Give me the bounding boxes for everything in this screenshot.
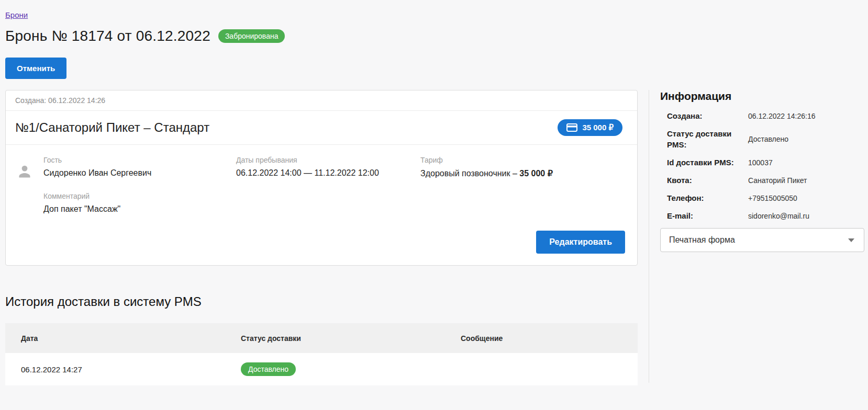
info-label: Id доставки PMS: bbox=[667, 157, 748, 168]
content-columns: Создана: 06.12.2022 14:26 №1/Санаторий П… bbox=[5, 90, 868, 385]
info-value: +79515005050 bbox=[748, 194, 797, 202]
edit-booking-button[interactable]: Редактировать bbox=[536, 231, 625, 254]
booking-card: Создана: 06.12.2022 14:26 №1/Санаторий П… bbox=[5, 90, 638, 266]
credit-card-icon bbox=[566, 123, 577, 132]
info-row-email: E-mail: sidorenko@mail.ru bbox=[660, 210, 862, 221]
column-header-date: Дата bbox=[5, 334, 241, 343]
avatar-column bbox=[6, 156, 43, 254]
info-row-quota: Квота: Санаторий Пикет bbox=[660, 175, 862, 186]
booking-card-titlebar: №1/Санаторий Пикет – Стандарт 35 000 ₽ bbox=[6, 111, 637, 145]
tariff-name: Здоровый позвоночник – bbox=[420, 169, 519, 178]
breadcrumb-bookings-link[interactable]: Брони bbox=[5, 10, 28, 19]
comment-block: Комментарий Доп пакет "Массаж" bbox=[43, 192, 236, 214]
stay-dates-label: Даты пребывания bbox=[236, 156, 420, 164]
room-title: №1/Санаторий Пикет – Стандарт bbox=[15, 120, 209, 135]
guest-column: Гость Сидоренко Иван Сергеевич Комментар… bbox=[43, 156, 236, 254]
page-title: Бронь № 18174 от 06.12.2022 bbox=[5, 28, 210, 44]
price-badge-amount: 35 000 ₽ bbox=[582, 123, 614, 132]
price-badge: 35 000 ₽ bbox=[558, 119, 622, 136]
history-row-date: 06.12.2022 14:27 bbox=[5, 365, 241, 374]
print-form-select[interactable]: Печатная форма bbox=[660, 228, 864, 252]
pms-history-section: История доставки в систему PMS Дата Стат… bbox=[5, 294, 638, 385]
booking-created-line: Создана: 06.12.2022 14:26 bbox=[6, 90, 637, 111]
pms-history-title: История доставки в систему PMS bbox=[5, 294, 638, 309]
column-header-message: Сообщение bbox=[461, 334, 638, 343]
info-value: sidorenko@mail.ru bbox=[748, 212, 809, 220]
stay-dates-column: Даты пребывания 06.12.2022 14:00 — 11.12… bbox=[236, 156, 420, 254]
main-column: Создана: 06.12.2022 14:26 №1/Санаторий П… bbox=[5, 90, 638, 385]
tariff-label: Тариф bbox=[420, 156, 625, 164]
comment-label: Комментарий bbox=[43, 192, 236, 200]
info-label: Статус доставки PMS: bbox=[667, 128, 748, 150]
history-row-status: Доставлено bbox=[241, 362, 461, 376]
info-row-delivery-id: Id доставки PMS: 100037 bbox=[660, 157, 862, 168]
info-panel: Информация Создана: 06.12.2022 14:26:16 … bbox=[649, 90, 862, 383]
info-value: 06.12.2022 14:26:16 bbox=[748, 112, 815, 120]
info-value: 100037 bbox=[748, 158, 773, 167]
info-row-phone: Телефон: +79515005050 bbox=[660, 192, 862, 203]
info-label: Квота: bbox=[667, 175, 748, 186]
cancel-booking-button[interactable]: Отменить bbox=[5, 58, 66, 79]
history-table-header: Дата Статус доставки Сообщение bbox=[5, 323, 638, 353]
print-form-select-value: Печатная форма bbox=[669, 235, 735, 245]
comment-value: Доп пакет "Массаж" bbox=[43, 204, 236, 214]
tariff-price: 35 000 ₽ bbox=[519, 169, 553, 178]
title-row: Бронь № 18174 от 06.12.2022 Забронирован… bbox=[5, 28, 868, 44]
guest-name: Сидоренко Иван Сергеевич bbox=[43, 168, 236, 178]
person-icon bbox=[15, 163, 34, 254]
guest-label: Гость bbox=[43, 156, 236, 164]
info-panel-title: Информация bbox=[660, 90, 862, 102]
info-row-created: Создана: 06.12.2022 14:26:16 bbox=[660, 110, 862, 121]
tariff-value: Здоровый позвоночник – 35 000 ₽ bbox=[420, 168, 625, 178]
delivery-status-pill: Доставлено bbox=[241, 362, 296, 376]
info-label: Создана: bbox=[667, 110, 748, 121]
info-label: Телефон: bbox=[667, 192, 748, 203]
info-value: Доставлено bbox=[748, 135, 788, 143]
info-row-delivery-status: Статус доставки PMS: Доставлено bbox=[660, 128, 862, 150]
chevron-down-icon bbox=[848, 238, 854, 242]
booking-card-body: Гость Сидоренко Иван Сергеевич Комментар… bbox=[6, 145, 637, 265]
booking-detail-page: Брони Бронь № 18174 от 06.12.2022 Заброн… bbox=[0, 0, 868, 385]
history-table-row: 06.12.2022 14:27 Доставлено bbox=[5, 353, 638, 385]
stay-dates-value: 06.12.2022 14:00 — 11.12.2022 12:00 bbox=[236, 168, 420, 178]
info-value: Санаторий Пикет bbox=[748, 176, 807, 185]
booking-status-badge: Забронирована bbox=[218, 29, 285, 43]
column-header-status: Статус доставки bbox=[241, 334, 461, 343]
info-label: E-mail: bbox=[667, 210, 748, 221]
